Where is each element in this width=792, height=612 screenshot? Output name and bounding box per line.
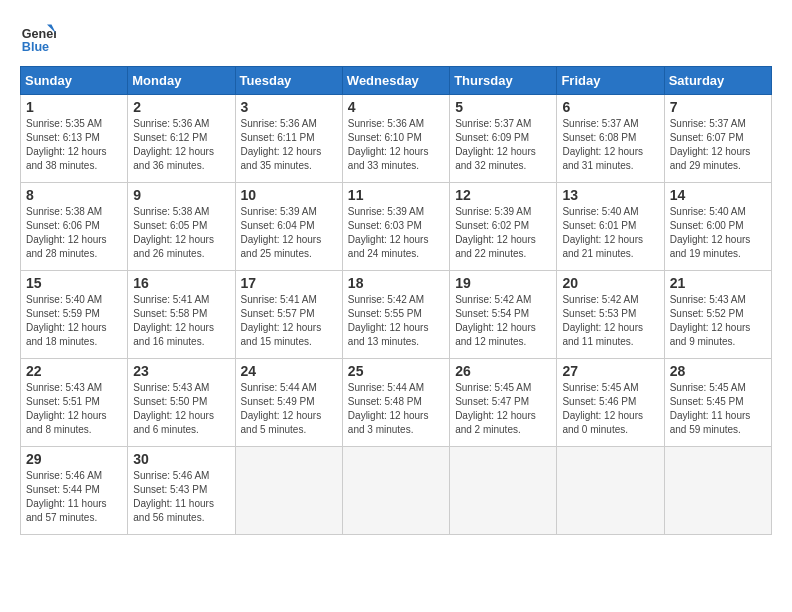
header-monday: Monday xyxy=(128,67,235,95)
day-number: 21 xyxy=(670,275,766,291)
day-number: 19 xyxy=(455,275,551,291)
calendar-week-row-2: 15 Sunrise: 5:40 AM Sunset: 5:59 PM Dayl… xyxy=(21,271,772,359)
day-info: Sunrise: 5:38 AM Sunset: 6:06 PM Dayligh… xyxy=(26,205,122,261)
header-friday: Friday xyxy=(557,67,664,95)
day-cell-26: 26 Sunrise: 5:45 AM Sunset: 5:47 PM Dayl… xyxy=(450,359,557,447)
day-number: 15 xyxy=(26,275,122,291)
day-info: Sunrise: 5:42 AM Sunset: 5:54 PM Dayligh… xyxy=(455,293,551,349)
day-number: 2 xyxy=(133,99,229,115)
day-info: Sunrise: 5:44 AM Sunset: 5:48 PM Dayligh… xyxy=(348,381,444,437)
day-number: 17 xyxy=(241,275,337,291)
day-number: 11 xyxy=(348,187,444,203)
day-cell-13: 13 Sunrise: 5:40 AM Sunset: 6:01 PM Dayl… xyxy=(557,183,664,271)
day-info: Sunrise: 5:42 AM Sunset: 5:55 PM Dayligh… xyxy=(348,293,444,349)
day-cell-19: 19 Sunrise: 5:42 AM Sunset: 5:54 PM Dayl… xyxy=(450,271,557,359)
day-info: Sunrise: 5:45 AM Sunset: 5:46 PM Dayligh… xyxy=(562,381,658,437)
day-number: 7 xyxy=(670,99,766,115)
logo-icon: General Blue xyxy=(20,20,56,56)
empty-cell xyxy=(235,447,342,535)
day-info: Sunrise: 5:46 AM Sunset: 5:44 PM Dayligh… xyxy=(26,469,122,525)
day-number: 14 xyxy=(670,187,766,203)
day-cell-27: 27 Sunrise: 5:45 AM Sunset: 5:46 PM Dayl… xyxy=(557,359,664,447)
day-cell-25: 25 Sunrise: 5:44 AM Sunset: 5:48 PM Dayl… xyxy=(342,359,449,447)
day-cell-24: 24 Sunrise: 5:44 AM Sunset: 5:49 PM Dayl… xyxy=(235,359,342,447)
empty-cell xyxy=(342,447,449,535)
day-info: Sunrise: 5:40 AM Sunset: 5:59 PM Dayligh… xyxy=(26,293,122,349)
day-number: 12 xyxy=(455,187,551,203)
day-cell-2: 2 Sunrise: 5:36 AM Sunset: 6:12 PM Dayli… xyxy=(128,95,235,183)
day-info: Sunrise: 5:45 AM Sunset: 5:47 PM Dayligh… xyxy=(455,381,551,437)
day-number: 26 xyxy=(455,363,551,379)
day-info: Sunrise: 5:41 AM Sunset: 5:57 PM Dayligh… xyxy=(241,293,337,349)
day-info: Sunrise: 5:36 AM Sunset: 6:10 PM Dayligh… xyxy=(348,117,444,173)
day-info: Sunrise: 5:46 AM Sunset: 5:43 PM Dayligh… xyxy=(133,469,229,525)
day-cell-29: 29 Sunrise: 5:46 AM Sunset: 5:44 PM Dayl… xyxy=(21,447,128,535)
day-info: Sunrise: 5:39 AM Sunset: 6:04 PM Dayligh… xyxy=(241,205,337,261)
day-cell-1: 1 Sunrise: 5:35 AM Sunset: 6:13 PM Dayli… xyxy=(21,95,128,183)
day-info: Sunrise: 5:39 AM Sunset: 6:03 PM Dayligh… xyxy=(348,205,444,261)
svg-text:Blue: Blue xyxy=(22,40,49,54)
day-number: 25 xyxy=(348,363,444,379)
day-info: Sunrise: 5:39 AM Sunset: 6:02 PM Dayligh… xyxy=(455,205,551,261)
day-number: 10 xyxy=(241,187,337,203)
empty-cell xyxy=(664,447,771,535)
day-number: 5 xyxy=(455,99,551,115)
day-cell-14: 14 Sunrise: 5:40 AM Sunset: 6:00 PM Dayl… xyxy=(664,183,771,271)
weekday-header-row: Sunday Monday Tuesday Wednesday Thursday… xyxy=(21,67,772,95)
day-cell-3: 3 Sunrise: 5:36 AM Sunset: 6:11 PM Dayli… xyxy=(235,95,342,183)
logo: General Blue xyxy=(20,20,62,56)
day-cell-8: 8 Sunrise: 5:38 AM Sunset: 6:06 PM Dayli… xyxy=(21,183,128,271)
day-number: 16 xyxy=(133,275,229,291)
day-cell-21: 21 Sunrise: 5:43 AM Sunset: 5:52 PM Dayl… xyxy=(664,271,771,359)
calendar-week-row-4: 29 Sunrise: 5:46 AM Sunset: 5:44 PM Dayl… xyxy=(21,447,772,535)
day-info: Sunrise: 5:42 AM Sunset: 5:53 PM Dayligh… xyxy=(562,293,658,349)
day-number: 24 xyxy=(241,363,337,379)
day-cell-22: 22 Sunrise: 5:43 AM Sunset: 5:51 PM Dayl… xyxy=(21,359,128,447)
day-cell-28: 28 Sunrise: 5:45 AM Sunset: 5:45 PM Dayl… xyxy=(664,359,771,447)
day-cell-5: 5 Sunrise: 5:37 AM Sunset: 6:09 PM Dayli… xyxy=(450,95,557,183)
day-number: 18 xyxy=(348,275,444,291)
page-header: General Blue xyxy=(20,20,772,56)
calendar-table: Sunday Monday Tuesday Wednesday Thursday… xyxy=(20,66,772,535)
day-cell-7: 7 Sunrise: 5:37 AM Sunset: 6:07 PM Dayli… xyxy=(664,95,771,183)
day-cell-30: 30 Sunrise: 5:46 AM Sunset: 5:43 PM Dayl… xyxy=(128,447,235,535)
day-info: Sunrise: 5:36 AM Sunset: 6:12 PM Dayligh… xyxy=(133,117,229,173)
day-number: 30 xyxy=(133,451,229,467)
day-number: 6 xyxy=(562,99,658,115)
day-info: Sunrise: 5:35 AM Sunset: 6:13 PM Dayligh… xyxy=(26,117,122,173)
day-info: Sunrise: 5:38 AM Sunset: 6:05 PM Dayligh… xyxy=(133,205,229,261)
header-tuesday: Tuesday xyxy=(235,67,342,95)
header-thursday: Thursday xyxy=(450,67,557,95)
day-cell-10: 10 Sunrise: 5:39 AM Sunset: 6:04 PM Dayl… xyxy=(235,183,342,271)
day-info: Sunrise: 5:44 AM Sunset: 5:49 PM Dayligh… xyxy=(241,381,337,437)
day-cell-20: 20 Sunrise: 5:42 AM Sunset: 5:53 PM Dayl… xyxy=(557,271,664,359)
day-cell-4: 4 Sunrise: 5:36 AM Sunset: 6:10 PM Dayli… xyxy=(342,95,449,183)
day-info: Sunrise: 5:43 AM Sunset: 5:50 PM Dayligh… xyxy=(133,381,229,437)
day-info: Sunrise: 5:40 AM Sunset: 6:01 PM Dayligh… xyxy=(562,205,658,261)
day-number: 1 xyxy=(26,99,122,115)
day-number: 3 xyxy=(241,99,337,115)
empty-cell xyxy=(450,447,557,535)
calendar-week-row-0: 1 Sunrise: 5:35 AM Sunset: 6:13 PM Dayli… xyxy=(21,95,772,183)
day-info: Sunrise: 5:45 AM Sunset: 5:45 PM Dayligh… xyxy=(670,381,766,437)
day-number: 20 xyxy=(562,275,658,291)
empty-cell xyxy=(557,447,664,535)
day-info: Sunrise: 5:40 AM Sunset: 6:00 PM Dayligh… xyxy=(670,205,766,261)
day-info: Sunrise: 5:41 AM Sunset: 5:58 PM Dayligh… xyxy=(133,293,229,349)
day-number: 28 xyxy=(670,363,766,379)
day-cell-11: 11 Sunrise: 5:39 AM Sunset: 6:03 PM Dayl… xyxy=(342,183,449,271)
day-info: Sunrise: 5:36 AM Sunset: 6:11 PM Dayligh… xyxy=(241,117,337,173)
day-number: 23 xyxy=(133,363,229,379)
day-number: 8 xyxy=(26,187,122,203)
day-cell-16: 16 Sunrise: 5:41 AM Sunset: 5:58 PM Dayl… xyxy=(128,271,235,359)
header-sunday: Sunday xyxy=(21,67,128,95)
header-saturday: Saturday xyxy=(664,67,771,95)
day-info: Sunrise: 5:37 AM Sunset: 6:07 PM Dayligh… xyxy=(670,117,766,173)
day-number: 29 xyxy=(26,451,122,467)
calendar-week-row-1: 8 Sunrise: 5:38 AM Sunset: 6:06 PM Dayli… xyxy=(21,183,772,271)
day-number: 13 xyxy=(562,187,658,203)
day-cell-23: 23 Sunrise: 5:43 AM Sunset: 5:50 PM Dayl… xyxy=(128,359,235,447)
day-number: 27 xyxy=(562,363,658,379)
day-number: 9 xyxy=(133,187,229,203)
day-cell-17: 17 Sunrise: 5:41 AM Sunset: 5:57 PM Dayl… xyxy=(235,271,342,359)
